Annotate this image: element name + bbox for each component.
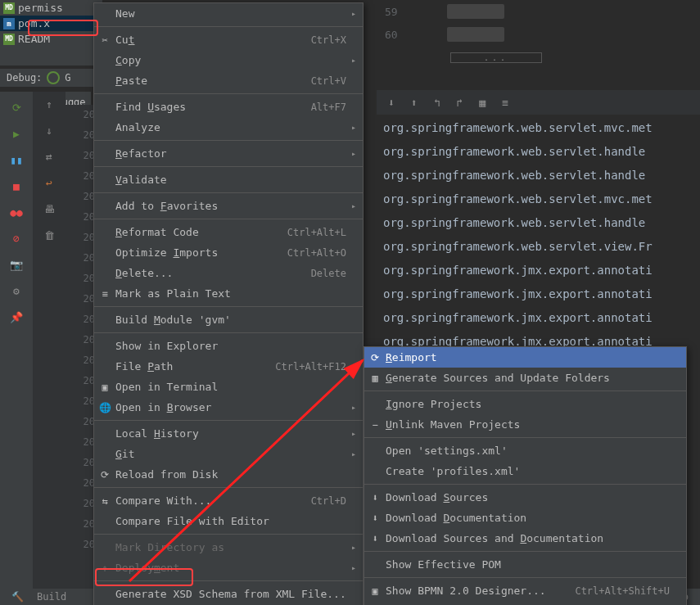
step-icon[interactable]: ↱ [456,97,463,109]
context-menu-item-refactor[interactable]: Refactor▸ [94,143,363,164]
menu-icon: ⬇ [368,533,382,544]
context-menu-item-copy[interactable]: Copy▸ [94,50,363,70]
context-menu-item-build-module-gvm[interactable]: Build Module 'gvm' [94,309,363,330]
maven-submenu-item-create-profiles-xml[interactable]: Create 'profiles.xml' [364,461,686,481]
left-gutter: ⟳ ▶ ▮▮ ■ ●● ⊘ 📷 ⚙ 📌 [0,92,33,589]
maven-submenu-item-reimport[interactable]: ⟳Reimport [364,347,686,368]
pin-icon[interactable]: 📌 [9,309,24,324]
menu-item-shortcut: Delete [311,268,346,279]
submenu-arrow-icon: ▸ [351,9,356,18]
menu-item-label: File Path [115,360,275,372]
context-menu-item-open-in-terminal[interactable]: ▣Open in Terminal [94,377,363,397]
restart-icon[interactable] [47,71,60,84]
maven-submenu-item-ignore-projects[interactable]: Ignore Projects [364,394,686,414]
context-menu-item-optimize-imports[interactable]: Optimize ImportsCtrl+Alt+O [94,242,363,263]
menu-item-label: Add to Favorites [115,200,346,212]
context-menu-item-git[interactable]: Git▸ [94,444,363,464]
maven-submenu-item-show-effective-pom[interactable]: Show Effective POM [364,554,686,575]
menu-item-label: Reimport [386,351,670,363]
tree-item-pom[interactable]: m pom.x [0,16,102,31]
menu-item-label: Analyze [115,121,346,133]
console-line: org.springframework.jmx.export.annotati [383,306,700,330]
maven-submenu: ⟳Reimport▦Generate Sources and Update Fo… [364,346,687,605]
filter-icon[interactable]: ⇄ [42,149,56,164]
maven-submenu-item-download-sources[interactable]: ⬇Download Sources [364,487,686,508]
context-menu-item-mark-as-plain-text[interactable]: ≡Mark as Plain Text [94,283,363,304]
breakpoint-icon[interactable]: ●● [9,205,24,219]
menu-item-shortcut: Ctrl+X [311,34,346,46]
context-menu-item-local-history[interactable]: Local History▸ [94,423,363,444]
tree-item-readme[interactable]: MD READM [0,31,102,47]
console-line: org.springframework.jmx.export.annotati [383,259,700,282]
resume-icon[interactable]: ▶ [9,126,24,141]
context-menu-item-show-in-explorer[interactable]: Show in Explorer [94,336,363,356]
submenu-arrow-icon: ▸ [351,56,356,65]
maven-submenu-item-show-bpmn-2-0-designer[interactable]: ▣Show BPMN 2.0 Designer...Ctrl+Alt+Shift… [364,580,686,601]
context-menu-item-add-to-favorites[interactable]: Add to Favorites▸ [94,196,363,216]
step-out-icon[interactable]: ↰ [434,97,440,109]
settings-icon[interactable]: ≡ [502,97,508,109]
bottom-build[interactable]: Build [37,591,66,603]
context-menu-item-reformat-code[interactable]: Reformat CodeCtrl+Alt+L [94,222,363,242]
menu-separator [94,487,363,488]
context-menu-item-cut[interactable]: ✂CutCtrl+X [94,29,363,50]
tree-item-permissions[interactable]: MD permiss [0,0,102,16]
editor-line: 59 [377,0,700,23]
console-line: org.springframework.web.servlet.view.Fr [383,235,700,259]
menu-item-label: Create 'profiles.xml' [386,465,670,477]
maven-submenu-item-download-documentation[interactable]: ⬇Download Documentation [364,508,686,528]
maven-submenu-item-show-bpmn-2-0-overview-popup[interactable]: ▣Show BPMN 2.0 Overview Popup...Ctrl+Alt… [364,601,686,605]
context-menu-item-generate-xsd-schema-from-xml-file[interactable]: Generate XSD Schema from XML File... [94,584,363,604]
menu-item-shortcut: Ctrl+Alt+L [287,227,346,238]
menu-separator [94,140,363,141]
console-line: org.springframework.web.servlet.mvc.met [383,187,700,211]
context-menu-item-delete[interactable]: Delete...Delete [94,263,363,283]
print-icon[interactable]: 🖶 [42,201,56,216]
pause-icon[interactable]: ▮▮ [9,152,24,167]
context-menu-item-file-path[interactable]: File PathCtrl+Alt+F12 [94,356,363,377]
context-menu-item-compare-file-with-editor[interactable]: Compare File with Editor [94,511,363,531]
maven-submenu-item-generate-sources-and-update-folders[interactable]: ▦Generate Sources and Update Folders [364,368,686,388]
menu-item-shortcut: Ctrl+Alt+O [287,247,346,259]
hammer-icon[interactable]: 🔨 [11,591,24,603]
context-menu-item-new[interactable]: New▸ [94,3,363,24]
submenu-arrow-icon: ▸ [351,149,356,158]
context-menu-item-reload-from-disk[interactable]: ⟳Reload from Disk [94,464,363,485]
context-menu-item-compare-with[interactable]: ⇆Compare With...Ctrl+D [94,490,363,511]
gear-icon[interactable]: ⚙ [9,283,24,298]
menu-item-label: Open 'settings.xml' [386,445,670,457]
rerun-icon[interactable]: ⟳ [9,100,24,115]
up-icon[interactable]: ⇑ [42,97,56,111]
maven-submenu-item-unlink-maven-projects[interactable]: −Unlink Maven Projects [364,414,686,435]
menu-icon: ⇑ [98,562,111,574]
menu-separator [94,534,363,535]
menu-separator [94,332,363,333]
menu-item-shortcut: Ctrl+Alt+Shift+U [575,585,670,597]
menu-icon: ⬇ [368,492,382,503]
trash-icon[interactable]: 🗑 [42,228,56,242]
context-menu-item-find-usages[interactable]: Find UsagesAlt+F7 [94,97,363,117]
context-menu-item-validate[interactable]: Validate [94,169,363,190]
console-line: org.springframework.web.servlet.mvc.met [383,116,700,140]
maven-submenu-item-download-sources-and-documentation[interactable]: ⬇Download Sources and Documentation [364,528,686,549]
menu-separator [94,192,363,193]
menu-icon: − [368,419,382,431]
menu-item-label: Paste [115,74,311,87]
maven-submenu-item-open-settings-xml[interactable]: Open 'settings.xml' [364,440,686,461]
stop-icon[interactable]: ■ [9,178,24,193]
camera-icon[interactable]: 📷 [9,257,24,272]
context-menu-item-paste[interactable]: PasteCtrl+V [94,70,363,91]
up-arrow-icon[interactable]: ⬆ [411,97,418,109]
mute-bp-icon[interactable]: ⊘ [9,231,24,246]
menu-icon: ▦ [368,372,382,384]
down-icon[interactable]: ⇓ [42,123,56,138]
wrap-icon[interactable]: ↩ [42,175,56,190]
context-menu-item-open-in-browser[interactable]: 🌐Open in Browser▸ [94,397,363,418]
editor-line-ellipsis: ... [377,46,700,69]
context-menu-item-analyze[interactable]: Analyze▸ [94,117,363,138]
menu-item-label: Cut [115,34,311,46]
down-arrow-icon[interactable]: ⬇ [388,97,395,109]
calc-icon[interactable]: ▦ [479,97,485,109]
menu-item-label: Open in Terminal [115,381,346,393]
menu-separator [94,420,363,421]
